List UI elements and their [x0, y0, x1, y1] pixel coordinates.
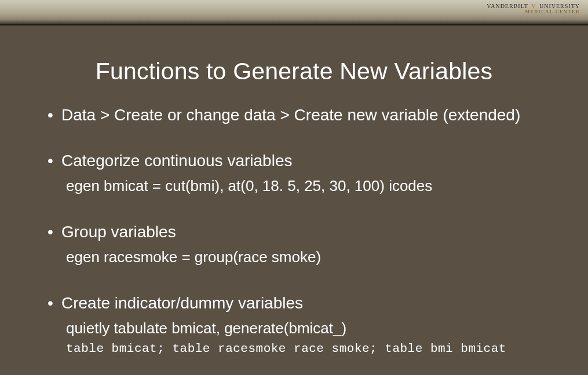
- bullet-text: Categorize continuous variables: [61, 152, 292, 170]
- logo-subtext: MEDICAL CENTER: [487, 10, 580, 14]
- bullet-text: Data > Create or change data > Create ne…: [61, 106, 520, 124]
- bullet-code: table bmicat; table racesmoke race smoke…: [61, 341, 576, 356]
- header-band: VANDERBILT V UNIVERSITY MEDICAL CENTER: [0, 0, 588, 25]
- bullet-text: Group variables: [61, 223, 176, 241]
- bullet-item: Group variables egen racesmoke = group(r…: [48, 222, 576, 267]
- bullet-item: Create indicator/dummy variables quietly…: [48, 293, 576, 357]
- bullet-sub: quietly tabulate bmicat, generate(bmicat…: [61, 319, 576, 339]
- bullet-item: Data > Create or change data > Create ne…: [48, 105, 576, 125]
- bullet-sub: egen racesmoke = group(race smoke): [61, 248, 576, 267]
- logo-v-icon: V: [531, 3, 536, 9]
- vanderbilt-logo: VANDERBILT V UNIVERSITY MEDICAL CENTER: [487, 3, 580, 14]
- logo-text-left: VANDERBILT: [487, 3, 528, 9]
- bullet-text: Create indicator/dummy variables: [61, 294, 303, 312]
- bullet-list: Data > Create or change data > Create ne…: [0, 105, 588, 357]
- bullet-sub: egen bmicat = cut(bmi), at(0, 18. 5, 25,…: [61, 177, 576, 196]
- logo-text-right: UNIVERSITY: [539, 3, 580, 9]
- bullet-item: Categorize continuous variables egen bmi…: [48, 150, 576, 196]
- slide-content: Functions to Generate New Variables Data…: [0, 58, 588, 357]
- slide-title: Functions to Generate New Variables: [0, 58, 588, 85]
